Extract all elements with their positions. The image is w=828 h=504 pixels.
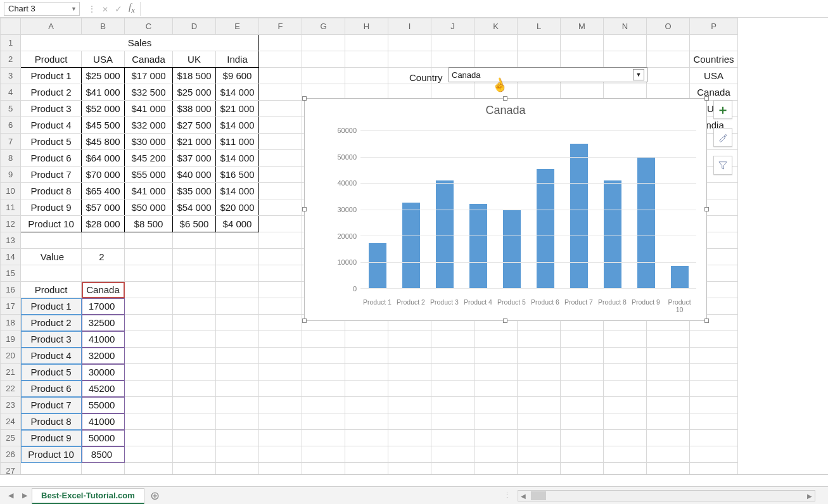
col-header-E[interactable]: E <box>216 18 259 35</box>
row-header-12[interactable]: 12 <box>1 216 21 232</box>
cell[interactable]: USA <box>82 51 125 68</box>
cell[interactable]: Product <box>21 51 82 68</box>
cell[interactable] <box>259 216 302 232</box>
cell[interactable] <box>259 348 302 364</box>
cell[interactable] <box>604 463 647 476</box>
cell[interactable] <box>388 364 431 381</box>
cell[interactable] <box>302 35 345 51</box>
formula-input[interactable] <box>140 2 828 16</box>
cell[interactable] <box>173 249 216 265</box>
cell[interactable] <box>302 463 345 476</box>
cell[interactable] <box>345 413 388 430</box>
cell[interactable] <box>690 430 738 446</box>
chevron-down-icon[interactable]: ▼ <box>633 69 644 80</box>
cell[interactable] <box>302 397 345 413</box>
cell[interactable] <box>125 265 173 282</box>
cell[interactable]: Product <box>21 282 82 298</box>
cell[interactable] <box>302 430 345 446</box>
cell[interactable]: India <box>216 51 259 68</box>
cell[interactable] <box>475 446 518 463</box>
cell[interactable] <box>518 51 561 68</box>
row-header-1[interactable]: 1 <box>1 35 21 51</box>
cell[interactable] <box>173 348 216 364</box>
cell[interactable] <box>604 364 647 381</box>
cell[interactable]: 41000 <box>82 331 125 348</box>
cell[interactable] <box>125 446 173 463</box>
cell[interactable] <box>690 348 738 364</box>
cell[interactable]: $25 000 <box>173 84 216 101</box>
cell[interactable] <box>259 101 302 117</box>
row-header-13[interactable]: 13 <box>1 232 21 249</box>
cell[interactable] <box>647 364 690 381</box>
cell[interactable]: Product 3 <box>21 101 82 117</box>
cell[interactable] <box>345 463 388 476</box>
cell[interactable] <box>690 463 738 476</box>
cell[interactable] <box>475 430 518 446</box>
cell[interactable]: 32500 <box>82 315 125 331</box>
cell[interactable]: Product 8 <box>21 183 82 199</box>
cell[interactable]: $14 000 <box>216 84 259 101</box>
cell[interactable] <box>82 232 125 249</box>
col-header-F[interactable]: F <box>259 18 302 35</box>
cell[interactable] <box>345 364 388 381</box>
cell[interactable]: $54 000 <box>173 199 216 216</box>
chart-bar[interactable] <box>436 180 454 288</box>
row-header-7[interactable]: 7 <box>1 134 21 150</box>
cell[interactable]: 17000 <box>82 298 125 315</box>
cell[interactable] <box>259 199 302 216</box>
cell[interactable] <box>216 446 259 463</box>
cell[interactable] <box>561 364 604 381</box>
cell[interactable] <box>259 35 302 51</box>
cell[interactable] <box>302 51 345 68</box>
cell[interactable]: Product 7 <box>21 397 82 413</box>
cell[interactable]: Canada <box>125 51 173 68</box>
cell[interactable] <box>173 446 216 463</box>
col-header-K[interactable]: K <box>475 18 518 35</box>
cell[interactable]: Product 4 <box>21 348 82 364</box>
cell[interactable] <box>431 413 475 430</box>
col-header-L[interactable]: L <box>518 18 561 35</box>
cell[interactable]: $21 000 <box>216 101 259 117</box>
chart-bar[interactable] <box>570 144 588 288</box>
cell[interactable] <box>431 35 475 51</box>
cell[interactable]: 30000 <box>82 364 125 381</box>
cell[interactable] <box>518 348 561 364</box>
cell[interactable] <box>216 430 259 446</box>
cell[interactable] <box>173 315 216 331</box>
cell[interactable] <box>302 331 345 348</box>
cell[interactable] <box>216 249 259 265</box>
cell[interactable]: $65 400 <box>82 183 125 199</box>
cell[interactable]: 55000 <box>82 397 125 413</box>
cell[interactable] <box>216 282 259 298</box>
cell[interactable] <box>604 413 647 430</box>
cell[interactable] <box>216 364 259 381</box>
cell[interactable]: 45200 <box>82 381 125 397</box>
cell[interactable]: Product 4 <box>21 117 82 134</box>
cell[interactable] <box>259 446 302 463</box>
cell[interactable] <box>518 446 561 463</box>
expand-icon[interactable]: ⋮ <box>87 4 96 14</box>
cell[interactable]: $64 000 <box>82 150 125 167</box>
chart-bar[interactable] <box>604 180 621 288</box>
cell[interactable] <box>647 463 690 476</box>
row-header-25[interactable]: 25 <box>1 430 21 446</box>
cell[interactable]: Product 10 <box>21 446 82 463</box>
cell[interactable]: $14 000 <box>216 117 259 134</box>
cell[interactable] <box>647 381 690 397</box>
cell[interactable] <box>173 331 216 348</box>
cell[interactable] <box>125 331 173 348</box>
chart-bar[interactable] <box>503 210 521 289</box>
cell[interactable] <box>518 430 561 446</box>
cell[interactable] <box>125 315 173 331</box>
cell[interactable] <box>125 413 173 430</box>
cell[interactable] <box>125 463 173 476</box>
col-header-N[interactable]: N <box>604 18 647 35</box>
cell[interactable] <box>604 35 647 51</box>
cell[interactable] <box>259 430 302 446</box>
cell[interactable]: $25 000 <box>82 68 125 84</box>
cell[interactable] <box>604 331 647 348</box>
row-header-5[interactable]: 5 <box>1 101 21 117</box>
cell[interactable] <box>259 265 302 282</box>
row-header-21[interactable]: 21 <box>1 364 21 381</box>
cell[interactable] <box>125 232 173 249</box>
